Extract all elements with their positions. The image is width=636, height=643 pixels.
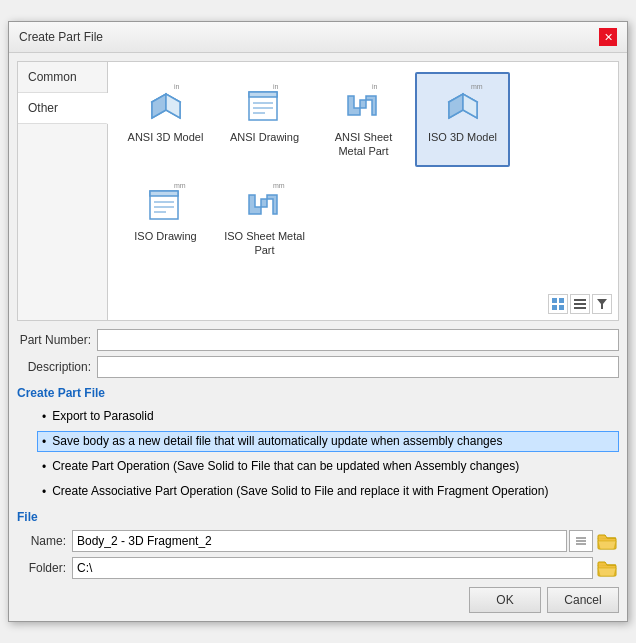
svg-text:in: in: [174, 83, 180, 90]
file-section-title: File: [17, 510, 619, 524]
svg-rect-32: [574, 307, 586, 309]
option-label-save-body: Save body as a new detail file that will…: [52, 434, 502, 448]
option-create-assoc[interactable]: • Create Associative Part Operation (Sav…: [37, 481, 619, 502]
template-icon-iso-3d-model: mm: [439, 80, 487, 128]
template-ansi-3d-model[interactable]: in ANSI 3D Model: [118, 72, 213, 167]
svg-text:mm: mm: [471, 83, 483, 90]
bullet-2: •: [42, 460, 46, 474]
svg-text:mm: mm: [273, 182, 285, 189]
templates-area: in ANSI 3D Model: [108, 62, 618, 320]
template-label-ansi-drawing: ANSI Drawing: [230, 130, 299, 144]
create-section-title: Create Part File: [17, 386, 619, 400]
file-name-browse-button[interactable]: [595, 530, 619, 552]
option-label-create-part-op: Create Part Operation (Save Solid to Fil…: [52, 459, 519, 473]
tab-other[interactable]: Other: [18, 93, 108, 124]
file-name-input[interactable]: [72, 530, 567, 552]
template-iso-drawing[interactable]: mm ISO Drawing: [118, 171, 213, 266]
description-label: Description:: [17, 360, 97, 374]
svg-marker-16: [449, 94, 463, 118]
svg-text:in: in: [372, 83, 378, 90]
description-input[interactable]: [97, 356, 619, 378]
file-folder-label: Folder:: [17, 561, 72, 575]
svg-marker-12: [348, 96, 376, 115]
template-label-iso-sheet-metal: ISO Sheet Metal Part: [223, 229, 306, 258]
part-number-label: Part Number:: [17, 333, 97, 347]
list-view-button[interactable]: [570, 294, 590, 314]
template-icon-ansi-drawing: in: [241, 80, 289, 128]
template-icon-ansi-sheet-metal: in: [340, 80, 388, 128]
options-list: • Export to Parasolid • Save body as a n…: [37, 406, 619, 502]
option-label-create-assoc: Create Associative Part Operation (Save …: [52, 484, 548, 498]
template-iso-sheet-metal[interactable]: mm ISO Sheet Metal Part: [217, 171, 312, 266]
file-folder-browse-button[interactable]: [595, 557, 619, 579]
templates-grid: in ANSI 3D Model: [118, 72, 608, 265]
bullet-1: •: [42, 435, 46, 449]
filter-button[interactable]: [592, 294, 612, 314]
file-folder-input[interactable]: [72, 557, 593, 579]
file-name-menu-button[interactable]: [569, 530, 593, 552]
svg-marker-25: [249, 195, 277, 214]
option-label-export-parasolid: Export to Parasolid: [52, 409, 153, 423]
svg-rect-29: [559, 305, 564, 310]
svg-rect-30: [574, 299, 586, 301]
svg-text:mm: mm: [174, 182, 186, 189]
bullet-3: •: [42, 485, 46, 499]
file-name-input-wrap: [72, 530, 619, 552]
ok-button[interactable]: OK: [469, 587, 541, 613]
option-save-body[interactable]: • Save body as a new detail file that wi…: [37, 431, 619, 452]
template-icon-iso-drawing: mm: [142, 179, 190, 227]
dialog-window: Create Part File ✕ Common Other in: [8, 21, 628, 622]
large-icons-button[interactable]: [548, 294, 568, 314]
template-label-iso-3d-model: ISO 3D Model: [428, 130, 497, 144]
svg-rect-20: [150, 191, 178, 196]
svg-rect-26: [552, 298, 557, 303]
view-controls: [548, 294, 612, 314]
file-folder-row: Folder:: [17, 557, 619, 579]
dialog-body: Common Other in: [9, 53, 627, 621]
top-section: Common Other in: [17, 61, 619, 321]
close-button[interactable]: ✕: [599, 28, 617, 46]
svg-marker-4: [166, 94, 180, 118]
option-create-part-op[interactable]: • Create Part Operation (Save Solid to F…: [37, 456, 619, 477]
template-label-iso-drawing: ISO Drawing: [134, 229, 196, 243]
svg-text:in: in: [273, 83, 279, 90]
template-iso-3d-model[interactable]: mm ISO 3D Model: [415, 72, 510, 167]
file-name-row: Name:: [17, 530, 619, 552]
template-icon-iso-sheet-metal: mm: [241, 179, 289, 227]
file-folder-input-wrap: [72, 557, 619, 579]
template-label-ansi-3d-model: ANSI 3D Model: [128, 130, 204, 144]
svg-rect-28: [552, 305, 557, 310]
svg-marker-33: [597, 299, 607, 309]
svg-marker-17: [463, 94, 477, 118]
bullet-0: •: [42, 410, 46, 424]
svg-marker-3: [152, 94, 166, 118]
cancel-button[interactable]: Cancel: [547, 587, 619, 613]
option-export-parasolid[interactable]: • Export to Parasolid: [37, 406, 619, 427]
part-number-input[interactable]: [97, 329, 619, 351]
template-ansi-drawing[interactable]: in ANSI Drawing: [217, 72, 312, 167]
bottom-buttons: OK Cancel: [17, 587, 619, 613]
template-icon-ansi-3d-model: in: [142, 80, 190, 128]
description-row: Description:: [17, 356, 619, 378]
tab-list: Common Other: [18, 62, 108, 320]
file-name-label: Name:: [17, 534, 72, 548]
svg-rect-31: [574, 303, 586, 305]
dialog-title: Create Part File: [19, 30, 103, 44]
template-ansi-sheet-metal[interactable]: in ANSI Sheet Metal Part: [316, 72, 411, 167]
part-number-row: Part Number:: [17, 329, 619, 351]
tab-common[interactable]: Common: [18, 62, 107, 93]
template-label-ansi-sheet-metal: ANSI Sheet Metal Part: [322, 130, 405, 159]
svg-rect-27: [559, 298, 564, 303]
svg-rect-7: [249, 92, 277, 97]
title-bar: Create Part File ✕: [9, 22, 627, 53]
